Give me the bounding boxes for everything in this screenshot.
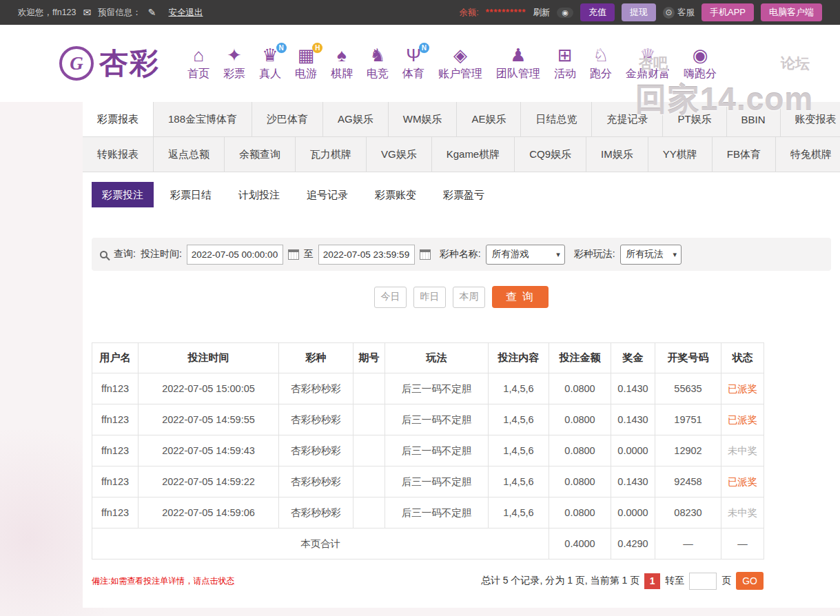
- topbar: 欢迎您，ffn123 ✉ 预留信息： ✎ 安全退出 余额: **********…: [0, 0, 840, 25]
- subtab-item[interactable]: 追号记录: [296, 182, 358, 207]
- tab-item[interactable]: 返点总额: [154, 137, 225, 172]
- status-link[interactable]: 已派奖: [721, 466, 764, 497]
- yesterday-button[interactable]: 昨日: [413, 287, 446, 308]
- nav-item-sports[interactable]: ΨN 体育: [396, 45, 431, 81]
- play-type-select[interactable]: 所有玩法 ▾: [620, 245, 682, 265]
- topbar-left: 欢迎您，ffn123 ✉ 预留信息： ✎ 安全退出: [18, 7, 203, 19]
- eye-icon[interactable]: ◉: [557, 8, 573, 18]
- nav-item-board-games[interactable]: ♠ 棋牌: [324, 45, 360, 81]
- tab-item[interactable]: PT娱乐: [663, 102, 726, 136]
- hot-badge: H: [312, 43, 322, 53]
- calendar-icon[interactable]: [420, 249, 431, 260]
- sports-icon: ΨN: [406, 45, 421, 65]
- tab-item[interactable]: YY棋牌: [648, 137, 713, 172]
- hipaofen-icon: ◉: [693, 45, 708, 65]
- paofen-icon: ♘: [593, 45, 608, 65]
- refresh-link[interactable]: 刷新: [533, 7, 550, 19]
- cell-username: ffn123: [92, 404, 139, 435]
- nav-item-lottery[interactable]: ✦ 彩票: [216, 45, 252, 81]
- time-from-input[interactable]: [187, 245, 283, 265]
- nav-item-activity[interactable]: ⊞ 活动: [547, 45, 583, 81]
- customer-service-button[interactable]: ⊙ 客服: [663, 7, 695, 19]
- search-button[interactable]: 查 询: [492, 286, 549, 308]
- cell-play: 后三一码不定胆: [385, 404, 489, 435]
- subtab-item[interactable]: 彩票账变: [365, 182, 427, 207]
- tab-item[interactable]: 转账报表: [83, 137, 154, 172]
- subtab-item[interactable]: 彩票盈亏: [433, 182, 495, 207]
- tab-item[interactable]: 日结总览: [521, 102, 592, 136]
- total-status-dash: —: [721, 528, 764, 559]
- cell-issue: [354, 466, 385, 497]
- mobile-app-button[interactable]: 手机APP: [701, 3, 754, 21]
- cell-lottery: 杏彩秒秒彩: [279, 404, 354, 435]
- nav-item-home[interactable]: ⌂ 首页: [181, 45, 216, 81]
- status-link[interactable]: 未中奖: [721, 435, 764, 466]
- edit-icon[interactable]: ✎: [148, 7, 156, 18]
- goto-page-input[interactable]: [689, 573, 717, 590]
- withdraw-button[interactable]: 提现: [622, 3, 656, 21]
- customer-service-label: 客服: [677, 7, 695, 19]
- tab-item[interactable]: AE娱乐: [457, 102, 521, 136]
- nav-item-live-casino[interactable]: ♛N 真人: [252, 45, 288, 81]
- tab-item[interactable]: 特兔棋牌: [776, 137, 840, 172]
- nav-item-esports[interactable]: ♞ 电竞: [360, 45, 396, 81]
- this-week-button[interactable]: 本周: [453, 287, 485, 308]
- tab-item[interactable]: BBIN: [727, 102, 781, 136]
- status-link[interactable]: 已派奖: [721, 373, 764, 404]
- logout-link[interactable]: 安全退出: [169, 7, 203, 19]
- nav-item-wealth[interactable]: ♕ 金鼎财富: [619, 45, 677, 81]
- account-icon: ◈: [453, 45, 467, 65]
- report-tabs-row2: 转账报表 返点总额 余额查询 瓦力棋牌 VG娱乐 Kgame棋牌 CQ9娱乐 I…: [83, 137, 840, 172]
- page-number-button[interactable]: 1: [644, 573, 660, 589]
- time-to-input[interactable]: [318, 245, 415, 265]
- nav-item-paofen[interactable]: ♘ 跑分: [583, 45, 619, 81]
- cell-draw-number: 55635: [655, 373, 721, 404]
- logo[interactable]: G 杏彩: [59, 44, 160, 83]
- balance-label: 余额:: [459, 7, 478, 19]
- tab-item[interactable]: 账变报表: [781, 102, 840, 136]
- pc-client-button[interactable]: 电脑客户端: [761, 3, 822, 21]
- tab-item[interactable]: 瓦力棋牌: [296, 137, 367, 172]
- table-footer-row: 本页合计 0.4000 0.4290 — —: [92, 528, 764, 559]
- tab-item[interactable]: 188金宝博体育: [154, 102, 252, 136]
- cell-lottery: 杏彩秒秒彩: [279, 497, 354, 528]
- cell-play: 后三一码不定胆: [385, 373, 489, 404]
- query-label: 查询:: [114, 248, 136, 260]
- lottery-name-label: 彩种名称:: [440, 248, 481, 260]
- tab-item[interactable]: 余额查询: [225, 137, 296, 172]
- subtab-item[interactable]: 彩票投注: [92, 182, 154, 207]
- nav-item-slots[interactable]: ▦H 电游: [288, 45, 324, 81]
- watermark-text-right: 论坛: [781, 54, 810, 73]
- go-button[interactable]: GO: [736, 572, 764, 590]
- status-link[interactable]: 未中奖: [721, 497, 764, 528]
- nav-item-hipaofen[interactable]: ◉ 嗨跑分: [677, 45, 724, 81]
- tab-item[interactable]: IM娱乐: [586, 137, 648, 172]
- total-draw-dash: —: [655, 528, 721, 559]
- tab-item[interactable]: VG娱乐: [367, 137, 432, 172]
- nav-item-team[interactable]: ♟ 团队管理: [489, 45, 547, 81]
- status-link[interactable]: 已派奖: [721, 404, 764, 435]
- subtab-item[interactable]: 计划投注: [228, 182, 290, 207]
- calendar-icon[interactable]: [288, 249, 299, 260]
- topbar-right: 余额: ********** 刷新 ◉ 充值 提现 ⊙ 客服 手机APP 电脑客…: [459, 3, 822, 21]
- lottery-name-select[interactable]: 所有游戏 ▾: [486, 245, 565, 265]
- subtab-item[interactable]: 彩票日结: [160, 182, 222, 207]
- tab-item[interactable]: Kgame棋牌: [432, 137, 515, 172]
- col-play: 玩法: [385, 343, 489, 373]
- tab-item[interactable]: CQ9娱乐: [515, 137, 586, 172]
- note-text: 備注:如需查看投注单详情，请点击状态: [92, 575, 234, 587]
- tab-item[interactable]: WM娱乐: [389, 102, 458, 136]
- tab-item[interactable]: 沙巴体育: [252, 102, 323, 136]
- tab-item[interactable]: AG娱乐: [323, 102, 389, 136]
- today-button[interactable]: 今日: [374, 287, 407, 308]
- col-draw-number: 开奖号码: [655, 343, 721, 373]
- tab-item[interactable]: 彩票报表: [83, 102, 154, 136]
- col-lottery: 彩种: [279, 343, 354, 373]
- recharge-button[interactable]: 充值: [580, 3, 615, 21]
- main-nav: ⌂ 首页 ✦ 彩票 ♛N 真人 ▦H 电游 ♠ 棋牌 ♞ 电竞 ΨN 体育 ◈: [181, 45, 724, 81]
- pagination-summary: 总计 5 个记录, 分为 1 页, 当前第 1 页: [481, 575, 639, 587]
- nav-item-account[interactable]: ◈ 账户管理: [431, 45, 489, 81]
- tab-item[interactable]: FB体育: [713, 137, 776, 172]
- message-icon[interactable]: ✉: [83, 7, 92, 18]
- tab-item[interactable]: 充提记录: [592, 102, 663, 136]
